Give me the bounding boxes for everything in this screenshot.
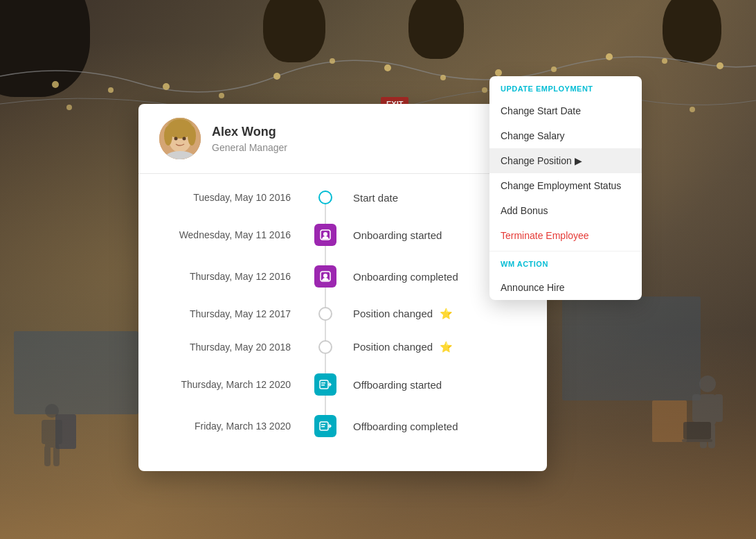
timeline-row: Thursday, May 20 2018 Position changed ⭐ — [138, 330, 547, 364]
svg-rect-49 — [321, 382, 325, 384]
timeline-label: Position changed ⭐ — [353, 341, 526, 353]
update-employment-header: UPDATE EMPLOYMENT — [489, 76, 642, 98]
main-card: Alex Wong General Manager Tuesday, May 1… — [138, 104, 547, 471]
svg-point-5 — [330, 58, 335, 64]
timeline-row: Wednesday, May 11 2016 Onboarding starte… — [138, 214, 547, 256]
position-change-icon-2 — [318, 340, 332, 354]
timeline-label: Offboarding started — [353, 379, 526, 391]
announce-hire-item[interactable]: Announce Hire — [489, 275, 642, 300]
svg-rect-28 — [692, 394, 701, 422]
svg-point-10 — [606, 53, 613, 60]
start-date-icon — [318, 191, 332, 204]
onboarding-complete-icon — [314, 265, 336, 288]
svg-point-9 — [551, 67, 557, 72]
svg-rect-23 — [55, 420, 62, 444]
change-employment-status-item[interactable]: Change Employment Status — [489, 173, 642, 198]
timeline-row: Thursday, March 12 2020 Offboarding star… — [138, 364, 547, 405]
monitor-left — [14, 331, 138, 414]
timeline-date: Thursday, May 20 2018 — [159, 342, 312, 353]
timeline-icon-wrap — [312, 373, 339, 396]
timeline-row: Thursday, May 12 2016 Onboarding complet… — [138, 256, 547, 297]
svg-point-11 — [662, 58, 667, 64]
svg-point-40 — [188, 126, 196, 145]
employee-info: Alex Wong General Manager — [212, 125, 287, 153]
timeline-icon-wrap — [312, 191, 339, 204]
position-change-icon-1 — [318, 307, 332, 321]
change-employment-status-label: Change Employment Status — [501, 180, 621, 191]
svg-rect-33 — [682, 439, 712, 442]
timeline-row: Thursday, May 12 2017 Position changed ⭐ — [138, 297, 547, 330]
svg-point-26 — [699, 375, 716, 392]
svg-point-1 — [108, 87, 114, 93]
timeline-date: Thursday, May 12 2016 — [159, 271, 312, 282]
change-start-date-label: Change Start Date — [501, 105, 581, 116]
terminate-employee-label: Terminate Employee — [501, 230, 589, 241]
svg-point-8 — [495, 69, 502, 76]
employee-name: Alex Wong — [212, 125, 287, 139]
timeline-label: Position changed ⭐ — [353, 308, 526, 320]
change-salary-item[interactable]: Change Salary — [489, 123, 642, 148]
person-right-silhouette — [680, 370, 735, 456]
svg-point-19 — [690, 107, 695, 112]
timeline-label: Offboarding completed — [353, 421, 526, 432]
offboarding-start-icon — [314, 373, 336, 396]
change-position-item[interactable]: Change Position ▶ — [489, 148, 642, 173]
change-position-label: Change Position — [501, 155, 572, 166]
terminate-employee-item[interactable]: Terminate Employee — [489, 223, 642, 248]
svg-rect-29 — [714, 394, 723, 422]
change-salary-label: Change Salary — [501, 130, 565, 141]
person-silhouette — [35, 400, 69, 470]
timeline-icon-wrap — [312, 307, 339, 321]
timeline-date: Friday, March 13 2020 — [159, 421, 312, 432]
svg-point-45 — [323, 232, 327, 236]
svg-point-41 — [174, 137, 178, 141]
svg-rect-24 — [44, 445, 51, 466]
add-bonus-item[interactable]: Add Bonus — [489, 198, 642, 223]
timeline: Tuesday, May 10 2016 Start date Wednesda… — [138, 174, 547, 454]
employee-title: General Manager — [212, 142, 287, 153]
svg-point-47 — [323, 274, 327, 278]
wm-action-header: WM ACTION — [489, 254, 642, 275]
timeline-date: Thursday, March 12 2020 — [159, 379, 312, 390]
svg-rect-25 — [53, 445, 60, 466]
timeline-date: Thursday, May 12 2017 — [159, 308, 312, 319]
wm-action-label: WM ACTION — [501, 260, 548, 268]
timeline-icon-wrap — [312, 340, 339, 354]
svg-point-39 — [164, 126, 172, 145]
svg-rect-22 — [42, 420, 48, 444]
timeline-icon-wrap — [312, 265, 339, 288]
svg-point-4 — [273, 73, 280, 80]
svg-point-2 — [163, 83, 170, 90]
svg-rect-32 — [683, 422, 711, 439]
svg-rect-52 — [321, 424, 325, 425]
avatar — [159, 118, 201, 159]
timeline-row: Tuesday, May 10 2016 Start date — [138, 181, 547, 214]
star-emoji: ⭐ — [440, 341, 453, 353]
timeline-icon-wrap — [312, 224, 339, 246]
timeline-date: Wednesday, May 11 2016 — [159, 229, 312, 240]
timeline-icon-wrap — [312, 415, 339, 437]
add-bonus-label: Add Bonus — [501, 205, 548, 216]
onboarding-start-icon — [314, 224, 336, 246]
svg-point-20 — [45, 404, 59, 418]
svg-point-12 — [717, 62, 723, 69]
svg-point-17 — [482, 87, 487, 93]
svg-point-0 — [52, 81, 59, 88]
dropdown-divider — [489, 251, 642, 251]
timeline-row: Friday, March 13 2020 Offboarding comple… — [138, 405, 547, 447]
cursor-arrow-icon: ▶ — [575, 155, 582, 166]
change-start-date-item[interactable]: Change Start Date — [489, 98, 642, 123]
star-emoji: ⭐ — [440, 308, 453, 319]
timeline-date: Tuesday, May 10 2016 — [159, 192, 312, 203]
offboarding-complete-icon — [314, 415, 336, 437]
dropdown-menu: UPDATE EMPLOYMENT Change Start Date Chan… — [489, 76, 642, 300]
svg-point-7 — [440, 75, 446, 80]
svg-point-6 — [384, 64, 391, 71]
svg-point-3 — [219, 93, 224, 98]
svg-rect-50 — [321, 385, 325, 386]
employee-header: Alex Wong General Manager — [138, 104, 547, 174]
svg-rect-53 — [321, 426, 325, 427]
svg-point-42 — [183, 137, 186, 141]
svg-point-13 — [66, 105, 72, 110]
announce-hire-label: Announce Hire — [501, 282, 565, 293]
